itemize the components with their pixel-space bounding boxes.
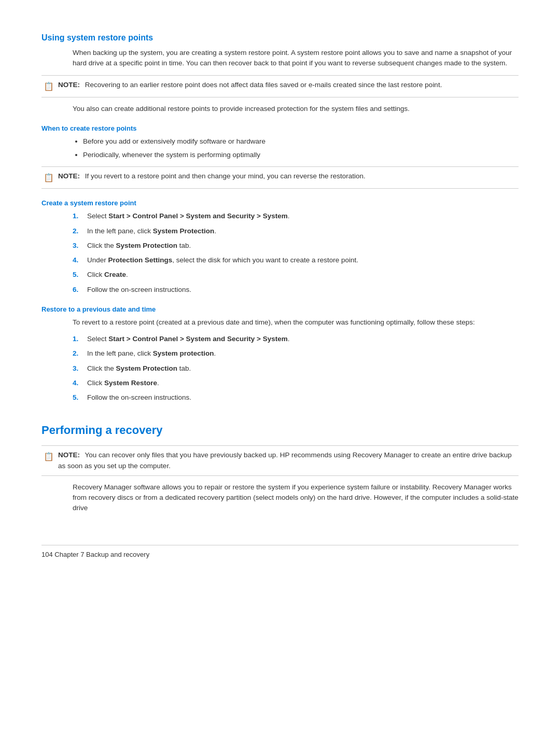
bullet-item-1: Before you add or extensively modify sof… [83, 136, 519, 147]
restore-previous-heading: Restore to a previous date and time [41, 305, 519, 313]
note-label-3: NOTE: [58, 451, 80, 459]
step-text-3: Click the System Protection tab. [87, 241, 191, 251]
note-text-3: NOTE: You can recover only files that yo… [58, 450, 519, 471]
using-system-restore-section: Using system restore points When backing… [41, 33, 519, 403]
footer-text: 104 Chapter 7 Backup and recovery [41, 551, 149, 558]
restore-step-4: 4. Click System Restore. [73, 378, 519, 388]
step-num-4: 4. [73, 255, 87, 265]
restore-step-num-2: 2. [73, 348, 87, 359]
bullet-text-2: Periodically, whenever the system is per… [83, 151, 260, 159]
note-box-2: 📋 NOTE: If you revert to a restore point… [41, 166, 519, 189]
restore-previous-intro: To revert to a restore point (created at… [73, 317, 519, 328]
using-system-restore-heading: Using system restore points [41, 33, 519, 43]
note-box-3: 📋 NOTE: You can recover only files that … [41, 445, 519, 476]
restore-step-text-1: Select Start > Control Panel > System an… [87, 334, 290, 344]
step-4: 4. Under Protection Settings, select the… [73, 255, 519, 265]
restore-step-1: 1. Select Start > Control Panel > System… [73, 334, 519, 344]
step-text-5: Click Create. [87, 270, 128, 280]
step-5: 5. Click Create. [73, 270, 519, 280]
restore-step-5: 5. Follow the on-screen instructions. [73, 392, 519, 403]
when-to-create-list: Before you add or extensively modify sof… [83, 136, 519, 161]
create-restore-section: Create a system restore point 1. Select … [41, 199, 519, 295]
when-to-create-heading: When to create restore points [41, 124, 519, 132]
restore-step-text-4: Click System Restore. [87, 378, 159, 388]
restore-previous-steps: 1. Select Start > Control Panel > System… [73, 334, 519, 403]
step-num-2: 2. [73, 226, 87, 236]
step-num-1: 1. [73, 211, 87, 221]
note-text-2: NOTE: If you revert to a restore point a… [58, 171, 366, 181]
restore-previous-section: Restore to a previous date and time To r… [41, 305, 519, 403]
performing-recovery-section: Performing a recovery 📋 NOTE: You can re… [41, 424, 519, 513]
additional-paragraph: You also can create additional restore p… [73, 104, 519, 114]
note-icon-3: 📋 [44, 451, 54, 463]
step-text-1: Select Start > Control Panel > System an… [87, 211, 290, 221]
note-content-1: Recovering to an earlier restore point d… [85, 81, 442, 89]
restore-step-num-3: 3. [73, 363, 87, 374]
step-1: 1. Select Start > Control Panel > System… [73, 211, 519, 221]
restore-step-2: 2. In the left pane, click System protec… [73, 348, 519, 359]
step-6: 6. Follow the on-screen instructions. [73, 285, 519, 295]
intro-paragraph: When backing up the system, you are crea… [73, 48, 519, 69]
recovery-paragraph: Recovery Manager software allows you to … [73, 482, 519, 514]
step-num-5: 5. [73, 270, 87, 280]
step-text-2: In the left pane, click System Protectio… [87, 226, 216, 236]
step-3: 3. Click the System Protection tab. [73, 241, 519, 251]
step-text-6: Follow the on-screen instructions. [87, 285, 191, 295]
create-restore-heading: Create a system restore point [41, 199, 519, 207]
bullet-text-1: Before you add or extensively modify sof… [83, 137, 265, 145]
restore-step-text-2: In the left pane, click System protectio… [87, 348, 216, 359]
restore-step-num-1: 1. [73, 334, 87, 344]
page-footer: 104 Chapter 7 Backup and recovery [41, 545, 519, 558]
bullet-item-2: Periodically, whenever the system is per… [83, 150, 519, 160]
note-content-3: You can recover only files that you have… [58, 451, 512, 469]
note-icon-1: 📋 [44, 80, 54, 93]
restore-step-num-4: 4. [73, 378, 87, 388]
note-content-2: If you revert to a restore point and the… [85, 172, 366, 180]
performing-recovery-heading: Performing a recovery [41, 424, 519, 437]
step-num-6: 6. [73, 285, 87, 295]
restore-step-3: 3. Click the System Protection tab. [73, 363, 519, 374]
note-icon-2: 📋 [44, 172, 54, 184]
step-2: 2. In the left pane, click System Protec… [73, 226, 519, 236]
note-text-1: NOTE: Recovering to an earlier restore p… [58, 80, 442, 90]
note-box-1: 📋 NOTE: Recovering to an earlier restore… [41, 75, 519, 97]
note-label-2: NOTE: [58, 172, 80, 180]
restore-step-text-3: Click the System Protection tab. [87, 363, 191, 374]
create-restore-steps: 1. Select Start > Control Panel > System… [73, 211, 519, 295]
when-to-create-section: When to create restore points Before you… [41, 124, 519, 189]
note-label-1: NOTE: [58, 81, 80, 89]
restore-step-text-5: Follow the on-screen instructions. [87, 392, 191, 403]
step-num-3: 3. [73, 241, 87, 251]
step-text-4: Under Protection Settings, select the di… [87, 255, 358, 265]
restore-step-num-5: 5. [73, 392, 87, 403]
